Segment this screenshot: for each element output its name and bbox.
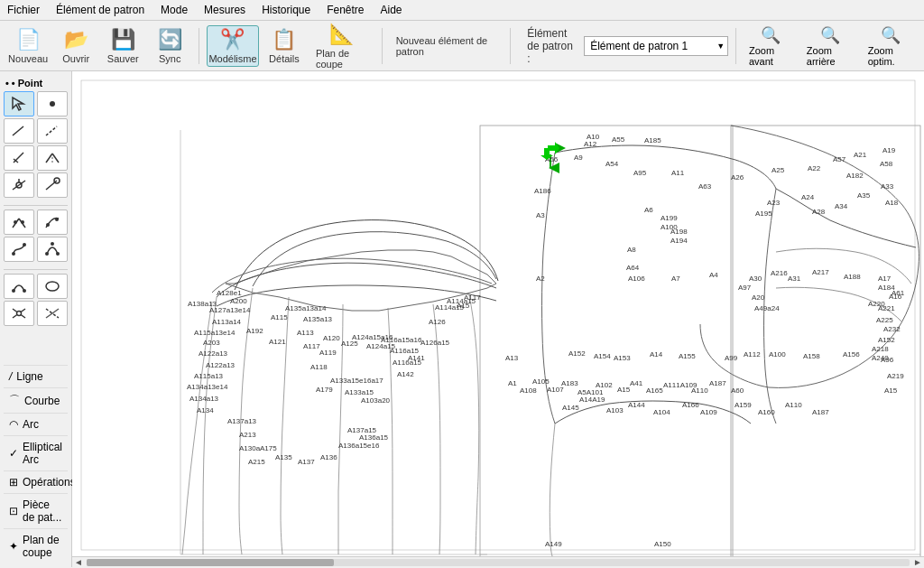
menu-fichier[interactable]: Fichier	[4, 2, 43, 18]
scroll-left-arrow[interactable]: ◄	[74, 557, 83, 567]
svg-text:A57: A57	[833, 155, 846, 163]
menu-aide[interactable]: Aide	[377, 2, 406, 18]
svg-text:A34: A34	[835, 202, 848, 210]
svg-text:A23: A23	[767, 199, 781, 207]
curve-node-tool[interactable]	[37, 210, 68, 235]
svg-text:A22: A22	[808, 164, 821, 172]
menu-mesures[interactable]: Mesures	[200, 2, 249, 18]
svg-text:A113a14: A113a14	[212, 318, 242, 326]
elliptical-arc-item[interactable]: ✓ Elliptical Arc	[4, 435, 68, 470]
arc-item[interactable]: ◠ Arc	[4, 413, 68, 435]
modelisme-button[interactable]: ✂️ Modélisme	[207, 25, 259, 67]
operations-item[interactable]: ⊞ Opérations	[4, 470, 68, 493]
svg-point-30	[17, 312, 22, 316]
courbe-icon: ⌒	[9, 393, 20, 408]
sauver-icon: 💾	[111, 28, 135, 51]
svg-text:A110: A110	[691, 386, 708, 395]
trim-tool[interactable]	[37, 301, 68, 326]
svg-text:A144: A144	[628, 401, 645, 409]
courbe-item[interactable]: ⌒ Courbe	[4, 387, 68, 413]
svg-text:A61: A61	[892, 289, 905, 297]
perpendicular-tool[interactable]	[4, 145, 34, 171]
patron-select-wrapper[interactable]: Élément de patron 1	[584, 36, 728, 56]
svg-text:A99: A99	[725, 354, 738, 362]
node-tool[interactable]	[4, 210, 34, 235]
ligne-item[interactable]: / Ligne	[4, 365, 68, 387]
details-button[interactable]: 📋 Détails	[263, 25, 306, 67]
svg-text:A134a13e14: A134a13e14	[187, 383, 228, 391]
separator-1	[199, 28, 199, 64]
svg-text:A49a24: A49a24	[754, 304, 780, 312]
zoom-arriere-label: Zoom arrière	[807, 45, 854, 67]
menu-historique[interactable]: Historique	[258, 2, 314, 18]
zoom-arriere-button[interactable]: 🔍 Zoom arrière	[801, 23, 859, 69]
point-tool[interactable]	[37, 91, 68, 116]
svg-text:A199: A199	[661, 214, 678, 222]
svg-text:A219: A219	[887, 372, 904, 380]
menu-fenetre[interactable]: Fenêtre	[323, 2, 367, 18]
piece-patron-item[interactable]: ⊡ Pièce de pat...	[4, 493, 68, 528]
svg-text:A97: A97	[738, 284, 752, 292]
canvas-area[interactable]: A138a13 A128e1 A127a13e14 A113a14 A115a1…	[72, 71, 924, 567]
svg-text:A194: A194	[670, 237, 688, 245]
plan-de-coupe-button[interactable]: 📐 Plan de coupe	[310, 20, 374, 72]
zoom-avant-button[interactable]: 🔍 Zoom avant	[744, 23, 798, 69]
plan-coupe-side-item[interactable]: ✦ Plan de coupe	[4, 528, 68, 563]
zoom-optim-button[interactable]: 🔍 Zoom optim.	[863, 23, 919, 69]
line-tool[interactable]	[4, 118, 34, 144]
svg-text:A152: A152	[878, 336, 895, 344]
svg-text:A165: A165	[646, 386, 663, 395]
svg-text:A130a: A130a	[239, 444, 261, 452]
svg-text:A115: A115	[271, 313, 288, 321]
arc-icon: ◠	[9, 418, 18, 431]
menu-mode[interactable]: Mode	[157, 2, 191, 18]
elliptical-arc-icon: ✓	[9, 447, 18, 460]
svg-text:A3: A3	[536, 211, 545, 219]
plan-de-coupe-label: Plan de coupe	[316, 48, 368, 70]
angle-line-tool[interactable]	[37, 118, 68, 144]
cursor-tool[interactable]	[4, 91, 34, 116]
svg-text:A103a20: A103a20	[361, 396, 391, 405]
modelisme-label: Modélisme	[208, 53, 256, 64]
svg-text:A58: A58	[880, 160, 893, 168]
svg-text:A7: A7	[671, 275, 680, 283]
nouveau-element-button[interactable]: Nouveau élément de patron	[390, 33, 504, 60]
svg-text:A64: A64	[626, 264, 640, 272]
svg-text:A13: A13	[505, 354, 519, 362]
ouvrir-icon: 📂	[64, 28, 88, 51]
svg-text:A200: A200	[230, 297, 247, 305]
nouveau-button[interactable]: 📄 Nouveau	[5, 25, 51, 67]
move-tool[interactable]	[37, 172, 68, 198]
svg-line-17	[19, 219, 25, 228]
svg-text:A158: A158	[803, 352, 820, 360]
svg-text:A145: A145	[562, 404, 579, 412]
svg-line-4	[14, 153, 23, 163]
arc-tool[interactable]	[4, 274, 34, 299]
patron-select[interactable]: Élément de patron 1	[584, 36, 728, 56]
point-intersect-tool[interactable]	[4, 301, 34, 326]
arc-label: Arc	[23, 418, 39, 431]
ouvrir-button[interactable]: 📂 Ouvrir	[54, 25, 97, 67]
scroll-right-arrow[interactable]: ►	[913, 557, 922, 567]
bisector-tool[interactable]	[37, 145, 68, 171]
zoom-optim-icon: 🔍	[881, 25, 901, 45]
sync-button[interactable]: 🔄 Sync	[148, 25, 191, 67]
svg-text:A63: A63	[698, 182, 712, 191]
svg-text:A110: A110	[785, 401, 802, 409]
insert-point-tool[interactable]	[4, 172, 34, 198]
svg-line-7	[52, 154, 59, 163]
ellipse-tool[interactable]	[37, 274, 68, 299]
svg-text:A55: A55	[612, 135, 625, 144]
spline-tool[interactable]	[37, 237, 68, 262]
svg-text:A6: A6	[644, 206, 653, 214]
sauver-button[interactable]: 💾 Sauver	[101, 25, 144, 67]
menu-element-patron[interactable]: Élément de patron	[52, 2, 148, 18]
svg-text:A137a15: A137a15	[347, 426, 377, 434]
svg-text:A122a13: A122a13	[199, 349, 228, 358]
free-curve-tool[interactable]	[4, 237, 34, 262]
svg-text:A112: A112	[744, 350, 761, 358]
svg-text:A122a13: A122a13	[206, 361, 236, 369]
svg-text:A183: A183	[561, 379, 578, 387]
plan-coupe-side-label: Plan de coupe	[23, 534, 62, 559]
svg-text:A120: A120	[323, 334, 340, 342]
